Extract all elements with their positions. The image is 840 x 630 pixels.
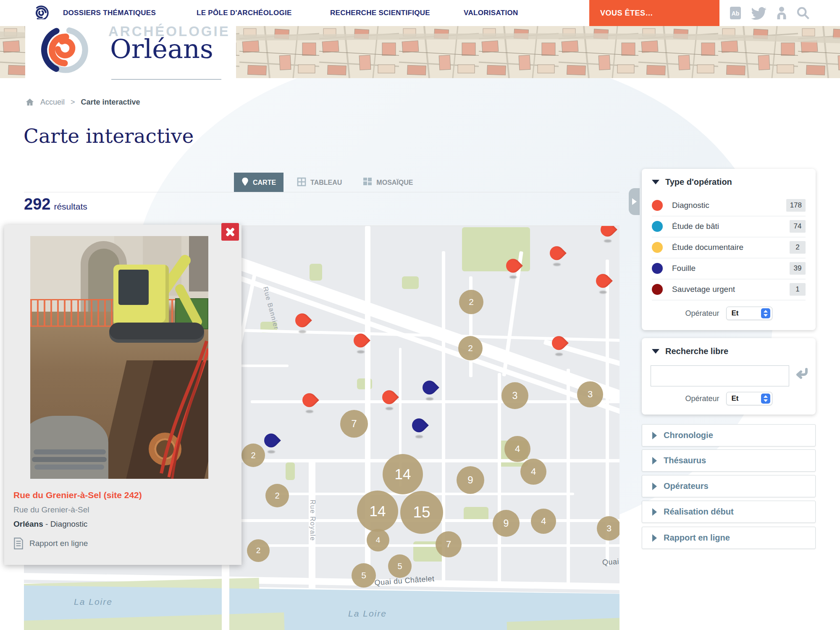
select-stepper-icon [761,394,770,404]
accordion-chronologie[interactable]: Chronologie [642,424,816,446]
free-search-title: Recherche libre [665,346,728,356]
twitter-icon[interactable] [750,0,766,26]
operator-label: Opérateur [685,309,719,318]
map-cluster[interactable]: 2 [247,539,270,562]
map-cluster[interactable]: 3 [501,382,528,409]
enter-arrow-icon[interactable] [794,368,809,383]
chevron-right-icon [652,432,657,439]
breadcrumb-home[interactable]: Accueil [40,98,65,107]
map-cluster[interactable]: 9 [493,510,520,537]
mosaic-icon [363,177,372,188]
site-popup: Rue du Grenier-à-Sel (site 242) Rue du G… [4,225,242,565]
sidebar-collapse-handle[interactable] [629,188,640,215]
nav-item-valorisation[interactable]: VALORISATION [464,0,518,26]
operator-select[interactable]: Et [726,307,772,320]
filter-row-etude-bati[interactable]: Étude de bâti 74 [652,216,806,237]
map-pin-diagnostic[interactable] [506,258,521,278]
accordion-operateurs[interactable]: Opérateurs [642,475,816,497]
map-cluster[interactable]: 4 [367,529,389,551]
operator-label: Opérateur [685,394,719,403]
filter-row-fouille[interactable]: Fouille 39 [652,258,806,279]
page: { "colors": { "accent_orange": "#f15b33"… [0,0,840,630]
tab-mosaique-label: MOSAÏQUE [376,179,413,186]
person-icon[interactable] [774,0,789,26]
popup-city: Orléans [13,520,43,528]
map-pin-diagnostic[interactable] [302,393,317,413]
map-cluster[interactable]: 15 [400,491,443,534]
popup-close-button[interactable] [221,223,239,241]
map-cluster[interactable]: 2 [459,290,483,314]
accordion-label: Chronologie [664,430,713,440]
map-pin-diagnostic[interactable] [353,333,368,353]
map-cluster[interactable]: 5 [352,563,376,588]
accordion-label: Réalisation début [664,507,734,517]
popup-address: Rue du Grenier-à-Sel [13,505,89,514]
chevron-down-icon [652,180,659,184]
map-cluster[interactable]: 4 [504,436,530,462]
operator-select[interactable]: Et [726,392,772,405]
type-operation-header[interactable]: Type d'opération [652,177,732,187]
map-cluster[interactable]: 4 [531,509,556,534]
map-cluster[interactable]: 4 [520,459,546,485]
map-pin-diagnostic[interactable] [295,313,310,333]
popup-report-link[interactable]: Rapport en ligne [13,538,88,549]
map-pin-diagnostic[interactable] [596,273,611,294]
table-icon [297,177,306,188]
accordion-realisation-debut[interactable]: Réalisation début [642,501,816,523]
popup-city-operation: Orléans - Diagnostic [13,520,87,529]
free-search-input[interactable] [651,365,789,386]
map-cluster[interactable]: 7 [436,531,462,557]
map-pin-fouille[interactable] [264,433,279,453]
map-cluster[interactable]: 3 [597,516,620,541]
spiral-logo-icon [38,23,92,79]
page-title: Carte interactive [24,124,194,147]
search-icon[interactable] [796,0,810,26]
map-pin-fouille[interactable] [412,418,427,438]
tab-tableau-label: TABLEAU [310,179,342,186]
map-cluster[interactable]: 9 [457,466,484,494]
accordion-rapport-en-ligne[interactable]: Rapport en ligne [642,527,816,549]
map-cluster[interactable]: 5 [388,554,412,578]
map-cluster[interactable]: 3 [577,381,603,407]
operator-value: Et [732,309,761,318]
map-pin-fouille[interactable] [422,380,437,400]
map-pin-diagnostic[interactable] [549,246,564,266]
tab-mosaique[interactable]: MOSAÏQUE [355,173,420,192]
results-number: 292 [24,195,50,213]
map-cluster[interactable]: 7 [340,410,368,438]
accordion-thesaurus[interactable]: Thésaurus [642,449,816,472]
document-icon [13,538,24,549]
count-badge: 178 [786,199,806,212]
svg-text:Ab: Ab [732,10,740,17]
breadcrumb: Accueil > Carte interactive [25,96,140,108]
view-tabs: CARTE TABLEAU MOSAÏQUE [234,173,420,192]
ab-translate-icon[interactable]: Ab [729,0,742,26]
fouille-dot [652,263,663,274]
nav-item-recherche[interactable]: RECHERCHE SCIENTIFIQUE [330,0,430,26]
map-pin-diagnostic[interactable] [551,336,567,356]
operator-row: Opérateur Et [642,307,816,320]
filter-panel-free-search: Recherche libre Opérateur Et [642,338,816,415]
tab-tableau[interactable]: TABLEAU [289,173,349,192]
popup-site-title[interactable]: Rue du Grenier-à-Sel (site 242) [13,490,142,500]
free-search-header[interactable]: Recherche libre [652,346,728,356]
map-cluster[interactable]: 14 [357,491,398,532]
map-pin-diagnostic[interactable] [382,390,397,410]
accordion-label: Rapport en ligne [664,533,730,543]
chevron-right-icon [652,534,657,542]
count-badge: 74 [790,220,806,233]
operator-value: Et [732,394,761,403]
home-icon[interactable] [25,97,34,107]
map-cluster[interactable]: 14 [383,454,423,494]
map-pin-diagnostic[interactable] [600,226,615,242]
map-cluster[interactable]: 2 [242,444,265,467]
filter-row-diagnostic[interactable]: Diagnostic 178 [652,195,806,216]
filter-row-sauvetage-urgent[interactable]: Sauvetage urgent 1 [652,279,806,300]
vous-etes-menu[interactable]: VOUS ÊTES… [589,0,719,26]
map-cluster[interactable]: 2 [265,484,289,507]
site-logo[interactable]: ARCHÉOLOGIE Orléans [25,19,236,81]
tab-carte[interactable]: CARTE [234,173,284,192]
map-cluster[interactable]: 2 [458,336,483,360]
chevron-right-icon [652,483,657,490]
filter-row-etude-documentaire[interactable]: Étude documentaire 2 [652,237,806,258]
